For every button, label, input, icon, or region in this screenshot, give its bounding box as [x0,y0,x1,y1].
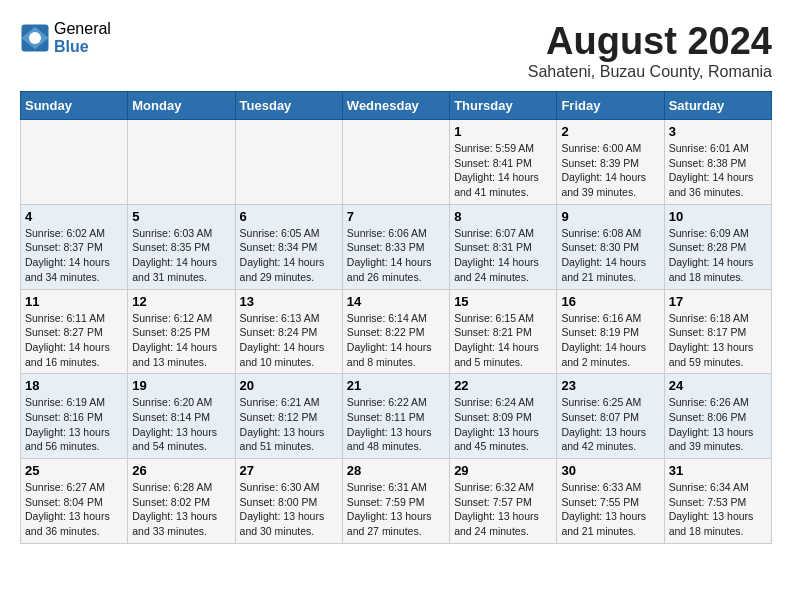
day-number: 17 [669,294,767,309]
day-info: Sunrise: 5:59 AM Sunset: 8:41 PM Dayligh… [454,141,552,200]
day-info: Sunrise: 6:32 AM Sunset: 7:57 PM Dayligh… [454,480,552,539]
day-cell: 30Sunrise: 6:33 AM Sunset: 7:55 PM Dayli… [557,459,664,544]
day-number: 13 [240,294,338,309]
week-row-2: 4Sunrise: 6:02 AM Sunset: 8:37 PM Daylig… [21,204,772,289]
header-row: SundayMondayTuesdayWednesdayThursdayFrid… [21,92,772,120]
day-number: 29 [454,463,552,478]
main-title: August 2024 [528,20,772,63]
day-number: 23 [561,378,659,393]
day-number: 24 [669,378,767,393]
day-info: Sunrise: 6:20 AM Sunset: 8:14 PM Dayligh… [132,395,230,454]
day-cell: 24Sunrise: 6:26 AM Sunset: 8:06 PM Dayli… [664,374,771,459]
day-cell: 20Sunrise: 6:21 AM Sunset: 8:12 PM Dayli… [235,374,342,459]
day-info: Sunrise: 6:27 AM Sunset: 8:04 PM Dayligh… [25,480,123,539]
day-info: Sunrise: 6:22 AM Sunset: 8:11 PM Dayligh… [347,395,445,454]
day-number: 14 [347,294,445,309]
day-cell: 8Sunrise: 6:07 AM Sunset: 8:31 PM Daylig… [450,204,557,289]
header-cell-thursday: Thursday [450,92,557,120]
day-info: Sunrise: 6:01 AM Sunset: 8:38 PM Dayligh… [669,141,767,200]
day-cell: 27Sunrise: 6:30 AM Sunset: 8:00 PM Dayli… [235,459,342,544]
day-number: 15 [454,294,552,309]
day-number: 7 [347,209,445,224]
day-info: Sunrise: 6:15 AM Sunset: 8:21 PM Dayligh… [454,311,552,370]
day-number: 18 [25,378,123,393]
week-row-1: 1Sunrise: 5:59 AM Sunset: 8:41 PM Daylig… [21,120,772,205]
calendar-body: 1Sunrise: 5:59 AM Sunset: 8:41 PM Daylig… [21,120,772,544]
day-cell: 1Sunrise: 5:59 AM Sunset: 8:41 PM Daylig… [450,120,557,205]
day-info: Sunrise: 6:00 AM Sunset: 8:39 PM Dayligh… [561,141,659,200]
day-cell: 17Sunrise: 6:18 AM Sunset: 8:17 PM Dayli… [664,289,771,374]
day-info: Sunrise: 6:07 AM Sunset: 8:31 PM Dayligh… [454,226,552,285]
subtitle: Sahateni, Buzau County, Romania [528,63,772,81]
day-cell: 6Sunrise: 6:05 AM Sunset: 8:34 PM Daylig… [235,204,342,289]
day-cell: 18Sunrise: 6:19 AM Sunset: 8:16 PM Dayli… [21,374,128,459]
day-number: 3 [669,124,767,139]
day-info: Sunrise: 6:18 AM Sunset: 8:17 PM Dayligh… [669,311,767,370]
day-info: Sunrise: 6:03 AM Sunset: 8:35 PM Dayligh… [132,226,230,285]
day-cell: 10Sunrise: 6:09 AM Sunset: 8:28 PM Dayli… [664,204,771,289]
day-number: 2 [561,124,659,139]
day-cell: 7Sunrise: 6:06 AM Sunset: 8:33 PM Daylig… [342,204,449,289]
day-number: 31 [669,463,767,478]
day-info: Sunrise: 6:13 AM Sunset: 8:24 PM Dayligh… [240,311,338,370]
day-cell: 23Sunrise: 6:25 AM Sunset: 8:07 PM Dayli… [557,374,664,459]
day-number: 9 [561,209,659,224]
day-number: 30 [561,463,659,478]
day-info: Sunrise: 6:05 AM Sunset: 8:34 PM Dayligh… [240,226,338,285]
day-number: 20 [240,378,338,393]
day-info: Sunrise: 6:21 AM Sunset: 8:12 PM Dayligh… [240,395,338,454]
logo: General Blue [20,20,111,55]
title-block: August 2024 Sahateni, Buzau County, Roma… [528,20,772,81]
logo-general: General [54,20,111,38]
day-cell: 29Sunrise: 6:32 AM Sunset: 7:57 PM Dayli… [450,459,557,544]
page-header: General Blue August 2024 Sahateni, Buzau… [20,20,772,81]
day-number: 12 [132,294,230,309]
day-cell: 12Sunrise: 6:12 AM Sunset: 8:25 PM Dayli… [128,289,235,374]
day-number: 19 [132,378,230,393]
day-cell [235,120,342,205]
header-cell-friday: Friday [557,92,664,120]
day-number: 22 [454,378,552,393]
day-cell: 26Sunrise: 6:28 AM Sunset: 8:02 PM Dayli… [128,459,235,544]
day-info: Sunrise: 6:26 AM Sunset: 8:06 PM Dayligh… [669,395,767,454]
day-info: Sunrise: 6:14 AM Sunset: 8:22 PM Dayligh… [347,311,445,370]
day-cell: 9Sunrise: 6:08 AM Sunset: 8:30 PM Daylig… [557,204,664,289]
header-cell-monday: Monday [128,92,235,120]
day-info: Sunrise: 6:28 AM Sunset: 8:02 PM Dayligh… [132,480,230,539]
day-cell [342,120,449,205]
day-cell: 15Sunrise: 6:15 AM Sunset: 8:21 PM Dayli… [450,289,557,374]
logo-icon [20,23,50,53]
day-number: 25 [25,463,123,478]
week-row-3: 11Sunrise: 6:11 AM Sunset: 8:27 PM Dayli… [21,289,772,374]
day-cell: 2Sunrise: 6:00 AM Sunset: 8:39 PM Daylig… [557,120,664,205]
header-cell-saturday: Saturday [664,92,771,120]
day-cell: 11Sunrise: 6:11 AM Sunset: 8:27 PM Dayli… [21,289,128,374]
header-cell-tuesday: Tuesday [235,92,342,120]
logo-text: General Blue [54,20,111,55]
day-info: Sunrise: 6:19 AM Sunset: 8:16 PM Dayligh… [25,395,123,454]
day-info: Sunrise: 6:12 AM Sunset: 8:25 PM Dayligh… [132,311,230,370]
day-info: Sunrise: 6:16 AM Sunset: 8:19 PM Dayligh… [561,311,659,370]
day-info: Sunrise: 6:08 AM Sunset: 8:30 PM Dayligh… [561,226,659,285]
logo-blue: Blue [54,38,111,56]
day-number: 10 [669,209,767,224]
day-info: Sunrise: 6:33 AM Sunset: 7:55 PM Dayligh… [561,480,659,539]
day-cell: 14Sunrise: 6:14 AM Sunset: 8:22 PM Dayli… [342,289,449,374]
day-number: 11 [25,294,123,309]
header-cell-wednesday: Wednesday [342,92,449,120]
day-cell [21,120,128,205]
day-number: 27 [240,463,338,478]
day-number: 28 [347,463,445,478]
day-number: 8 [454,209,552,224]
day-cell: 19Sunrise: 6:20 AM Sunset: 8:14 PM Dayli… [128,374,235,459]
day-cell: 5Sunrise: 6:03 AM Sunset: 8:35 PM Daylig… [128,204,235,289]
day-info: Sunrise: 6:34 AM Sunset: 7:53 PM Dayligh… [669,480,767,539]
day-number: 5 [132,209,230,224]
header-cell-sunday: Sunday [21,92,128,120]
day-number: 16 [561,294,659,309]
day-cell: 25Sunrise: 6:27 AM Sunset: 8:04 PM Dayli… [21,459,128,544]
day-info: Sunrise: 6:09 AM Sunset: 8:28 PM Dayligh… [669,226,767,285]
day-number: 6 [240,209,338,224]
day-cell: 3Sunrise: 6:01 AM Sunset: 8:38 PM Daylig… [664,120,771,205]
week-row-5: 25Sunrise: 6:27 AM Sunset: 8:04 PM Dayli… [21,459,772,544]
